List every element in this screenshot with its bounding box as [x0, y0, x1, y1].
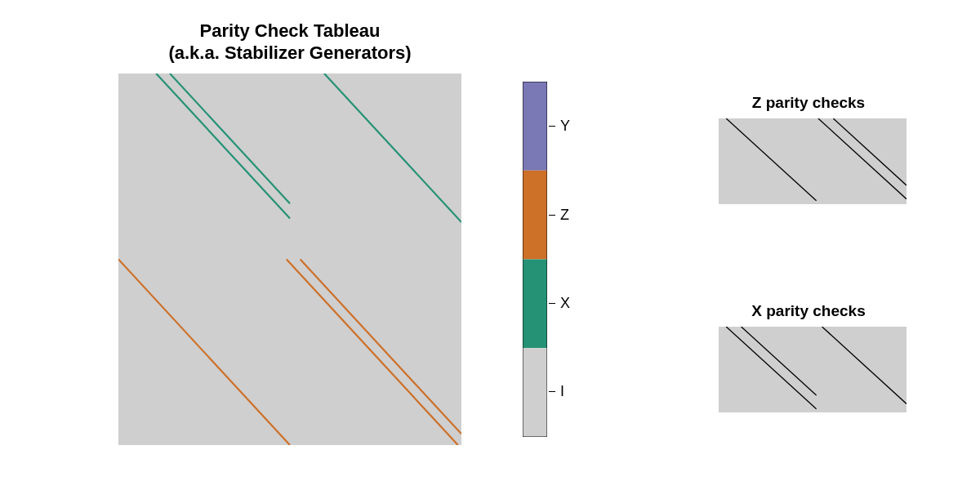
main-tableau-heatmap	[118, 74, 461, 445]
cbar-label-x: X	[560, 295, 570, 312]
svg-rect-16	[719, 327, 906, 412]
z-checks-heatmap	[719, 118, 906, 204]
z-checks-title: Z parity checks	[710, 94, 906, 112]
cbar-tick-z	[549, 215, 555, 216]
main-title-line1: Parity Check Tableau	[106, 20, 474, 42]
svg-rect-0	[118, 74, 461, 445]
pauli-colorbar	[523, 82, 547, 437]
cbar-label-z: Z	[560, 207, 569, 224]
x-checks-title: X parity checks	[710, 302, 906, 320]
svg-rect-9	[523, 260, 547, 349]
svg-rect-10	[523, 348, 547, 437]
figure-canvas: Parity Check Tableau (a.k.a. Stabilizer …	[0, 0, 980, 490]
svg-rect-12	[719, 118, 906, 204]
x-checks-heatmap	[719, 327, 906, 412]
cbar-tick-y	[549, 126, 555, 127]
cbar-label-y: Y	[560, 118, 570, 135]
cbar-tick-x	[549, 303, 555, 304]
cbar-label-i: I	[560, 383, 564, 400]
cbar-tick-i	[549, 391, 555, 392]
svg-rect-7	[523, 82, 547, 171]
main-title-line2: (a.k.a. Stabilizer Generators)	[106, 42, 474, 64]
svg-rect-8	[523, 171, 547, 260]
